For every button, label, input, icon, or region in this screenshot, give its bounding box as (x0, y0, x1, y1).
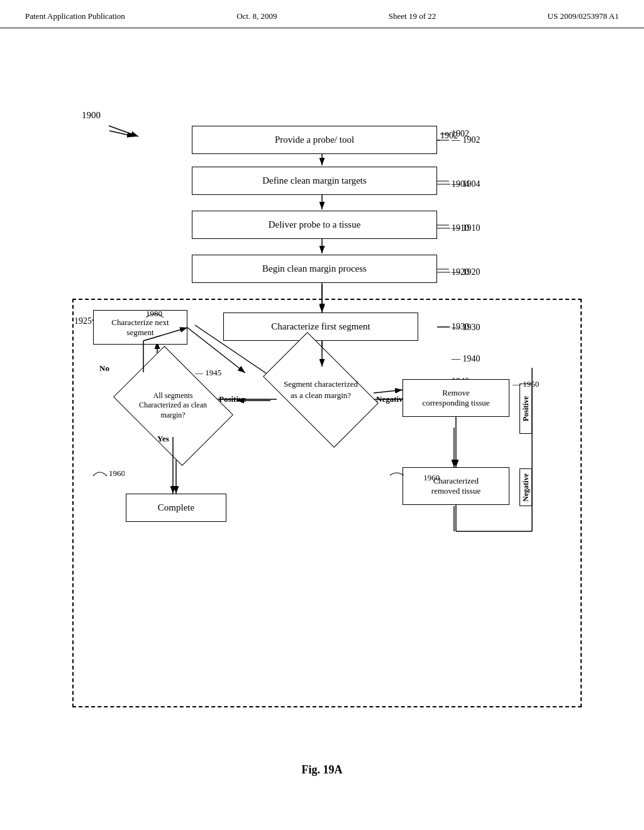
ref-1960-label2: 1960 (390, 470, 440, 483)
positive-side-box: Positive (519, 384, 532, 434)
box-complete: Complete (126, 494, 226, 522)
label-yes: Yes (157, 434, 169, 444)
box-1904: Define clean margin targets (192, 167, 437, 195)
fig-caption: Fig. 19A (0, 763, 644, 777)
box-1910: Deliver probe to a tissue (192, 211, 437, 239)
box-1980: Characterize next segment (93, 310, 187, 345)
svg-text:1960: 1960 (109, 468, 125, 478)
ref-1910-text: — 1910 (452, 223, 480, 233)
box-1902: Provide a probe/ tool (192, 126, 437, 154)
ref-1980-label: 1980 (146, 310, 165, 323)
box-1930: Characterize first segment (223, 313, 418, 341)
ref-1930-text: — 1930 (452, 323, 480, 333)
ref-1904-text: — 1904 (452, 179, 480, 189)
label-1900: 1900 (82, 110, 101, 121)
diagram-area: 1900 Provide a probe/ tool 1902 1902 190… (0, 28, 644, 795)
label-positive2: Positive (521, 396, 531, 421)
ref-1902-text: — 1902 (452, 135, 480, 145)
label-negative2: Negative (521, 473, 531, 502)
header-right: US 2009/0253978 A1 (548, 11, 619, 21)
svg-line-13 (109, 126, 138, 136)
svg-line-42 (109, 131, 135, 136)
ref-1960-label: 1960 (93, 468, 125, 481)
box-1950: Remove corresponding tissue (402, 379, 509, 417)
diamond-1940: Segment characterizedas a clean margin? (245, 349, 396, 431)
page-header: Patent Application Publication Oct. 8, 2… (0, 0, 644, 28)
box-1920: Begin clean margin process (192, 255, 437, 283)
header-left: Patent Application Publication (25, 11, 125, 21)
ref-1945-label: — 1945 (195, 368, 221, 378)
header-sheet: Sheet 19 of 22 (389, 11, 436, 21)
ref-1920-text: — 1920 (452, 267, 480, 277)
svg-text:1980: 1980 (146, 310, 162, 318)
ref-1940-label: — 1940 (452, 354, 480, 364)
label-no: No (99, 363, 109, 374)
negative-side-box: Negative (519, 468, 532, 506)
header-center: Oct. 8, 2009 (236, 11, 277, 21)
